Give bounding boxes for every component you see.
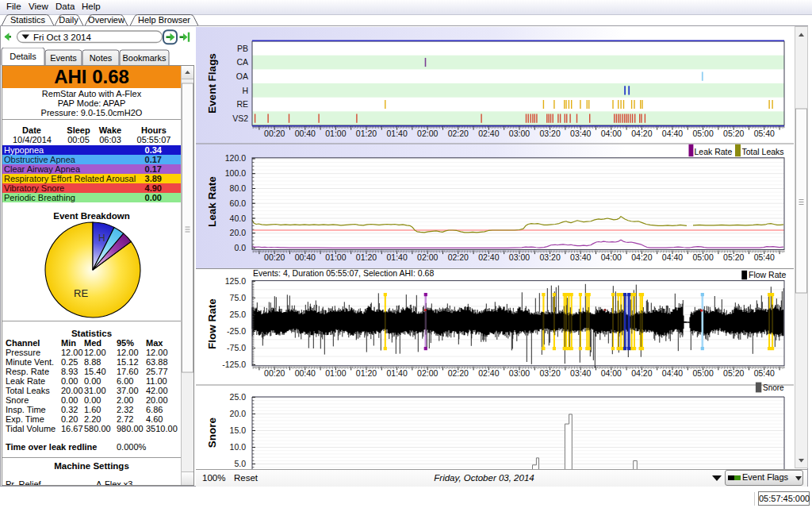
svg-text:04:20: 04:20 [631, 129, 652, 138]
svg-text:Events: Events [50, 53, 77, 63]
svg-text:03:20: 03:20 [539, 129, 560, 138]
svg-text:RE: RE [236, 99, 248, 109]
svg-text:04:40: 04:40 [662, 368, 683, 378]
svg-text:Snore: Snore [763, 383, 784, 392]
svg-text:02:40: 02:40 [478, 129, 499, 138]
svg-text:Leak Rate: Leak Rate [695, 147, 733, 156]
svg-text:05:40: 05:40 [754, 129, 775, 138]
svg-text:01:20: 01:20 [356, 368, 377, 378]
svg-text:Flow Rate: Flow Rate [749, 270, 786, 279]
svg-text:05:20: 05:20 [723, 129, 744, 138]
svg-text:02:00: 02:00 [417, 368, 438, 378]
svg-text:10.0: 10.0 [230, 442, 247, 452]
svg-text:Details: Details [10, 52, 36, 61]
svg-text:05:00: 05:00 [692, 368, 713, 378]
svg-text:-75.0: -75.0 [227, 343, 246, 352]
svg-text:00:40: 00:40 [295, 252, 316, 262]
svg-text:03:20: 03:20 [539, 368, 560, 378]
svg-text:00:20: 00:20 [264, 252, 285, 262]
svg-text:02:20: 02:20 [448, 368, 469, 378]
svg-text:05:00: 05:00 [692, 252, 713, 262]
svg-text:Events: 4, Duration 05:55:07,: Events: 4, Duration 05:55:07, Selection … [253, 268, 434, 278]
svg-text:Snore: Snore [206, 417, 218, 448]
svg-text:01:20: 01:20 [356, 129, 377, 138]
svg-text:04:40: 04:40 [662, 252, 683, 262]
svg-text:100.0: 100.0 [225, 168, 246, 178]
svg-text:Notes: Notes [90, 53, 113, 63]
svg-text:VS2: VS2 [232, 114, 248, 123]
svg-text:H: H [98, 233, 105, 244]
svg-text:01:00: 01:00 [325, 368, 346, 378]
svg-text:20.0: 20.0 [230, 228, 247, 237]
svg-text:04:00: 04:00 [601, 129, 622, 138]
svg-text:Statistics: Statistics [10, 15, 46, 25]
svg-text:05:20: 05:20 [723, 252, 744, 262]
svg-text:05:40: 05:40 [754, 368, 775, 378]
svg-text:125.0: 125.0 [225, 276, 246, 286]
svg-text:05:40: 05:40 [754, 252, 775, 262]
svg-text:00:40: 00:40 [295, 129, 316, 138]
svg-text:01:40: 01:40 [386, 252, 407, 262]
svg-text:20.0: 20.0 [230, 409, 247, 418]
svg-text:120.0: 120.0 [225, 153, 246, 163]
svg-text:04:20: 04:20 [631, 368, 652, 378]
svg-text:-25.0: -25.0 [227, 326, 246, 336]
svg-text:04:00: 04:00 [601, 252, 622, 262]
svg-text:00:40: 00:40 [295, 368, 316, 378]
svg-text:Flow Rate: Flow Rate [206, 298, 218, 349]
svg-text:40.0: 40.0 [230, 214, 247, 223]
svg-text:02:40: 02:40 [478, 252, 499, 262]
svg-text:02:00: 02:00 [417, 129, 438, 138]
svg-text:80.0: 80.0 [230, 183, 247, 193]
svg-text:03:00: 03:00 [509, 129, 530, 138]
svg-text:RE: RE [74, 287, 88, 299]
svg-text:02:40: 02:40 [478, 368, 499, 378]
svg-text:04:00: 04:00 [601, 368, 622, 378]
svg-text:03:00: 03:00 [509, 252, 530, 262]
svg-text:01:20: 01:20 [356, 252, 377, 262]
svg-text:04:20: 04:20 [631, 252, 652, 262]
svg-text:03:20: 03:20 [539, 252, 560, 262]
svg-text:OA: OA [236, 71, 248, 81]
svg-text:03:00: 03:00 [509, 368, 530, 378]
svg-text:01:00: 01:00 [325, 252, 346, 262]
svg-text:02:20: 02:20 [448, 129, 469, 138]
svg-text:PB: PB [237, 44, 248, 53]
svg-text:00:20: 00:20 [264, 129, 285, 138]
svg-text:5.0: 5.0 [234, 459, 246, 468]
svg-text:CA: CA [236, 57, 248, 67]
svg-text:Event Flags: Event Flags [206, 53, 218, 114]
svg-text:03:40: 03:40 [570, 368, 591, 378]
svg-text:15.0: 15.0 [230, 425, 247, 435]
svg-text:00:20: 00:20 [264, 368, 285, 378]
svg-text:75.0: 75.0 [230, 293, 247, 302]
svg-text:03:40: 03:40 [570, 129, 591, 138]
svg-text:H: H [242, 86, 248, 95]
svg-text:01:40: 01:40 [386, 129, 407, 138]
svg-text:02:20: 02:20 [448, 252, 469, 262]
svg-text:01:40: 01:40 [386, 368, 407, 378]
svg-text:25.0: 25.0 [230, 310, 247, 319]
svg-text:01:00: 01:00 [325, 129, 346, 138]
svg-text:0.0: 0.0 [234, 243, 246, 252]
svg-text:04:40: 04:40 [662, 129, 683, 138]
svg-text:Help Browser: Help Browser [138, 15, 190, 25]
svg-text:Leak Rate: Leak Rate [206, 176, 218, 227]
svg-text:02:00: 02:00 [417, 252, 438, 262]
svg-text:60.0: 60.0 [230, 198, 247, 208]
svg-text:Overview: Overview [88, 15, 124, 25]
svg-text:05:20: 05:20 [723, 368, 744, 378]
svg-text:Daily: Daily [59, 15, 79, 25]
svg-text:25.0: 25.0 [230, 392, 247, 402]
svg-text:Total Leaks: Total Leaks [742, 147, 784, 156]
svg-text:Bookmarks: Bookmarks [122, 53, 167, 63]
svg-text:05:00: 05:00 [692, 129, 713, 138]
svg-text:Fri Oct 3 2014: Fri Oct 3 2014 [33, 33, 91, 42]
svg-text:-125.0: -125.0 [222, 360, 246, 369]
svg-text:03:40: 03:40 [570, 252, 591, 262]
